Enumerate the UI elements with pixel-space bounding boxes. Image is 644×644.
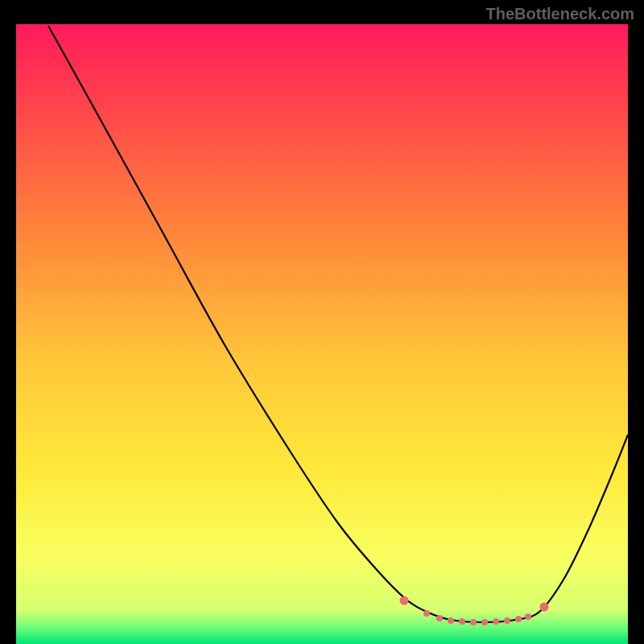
- plot-background: [16, 24, 628, 644]
- data-marker: [525, 613, 531, 620]
- chart-container: TheBottleneck.com: [0, 0, 644, 644]
- data-marker: [423, 610, 430, 617]
- data-marker: [436, 615, 443, 621]
- data-marker: [504, 617, 510, 624]
- data-marker: [448, 617, 454, 624]
- data-marker: [470, 619, 477, 625]
- data-marker: [493, 618, 499, 625]
- data-marker: [400, 597, 409, 605]
- data-marker: [481, 619, 488, 625]
- data-marker: [459, 618, 465, 625]
- watermark-text: TheBottleneck.com: [486, 5, 634, 23]
- data-marker: [515, 616, 522, 622]
- bottleneck-chart: [0, 0, 644, 644]
- data-marker: [540, 603, 549, 612]
